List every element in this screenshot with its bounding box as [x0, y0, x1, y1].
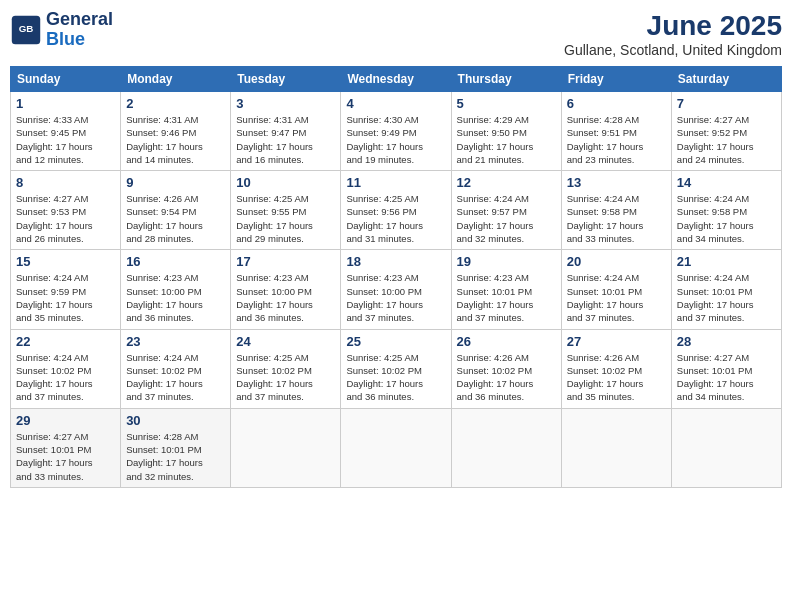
calendar-cell: 8Sunrise: 4:27 AM Sunset: 9:53 PM Daylig…	[11, 171, 121, 250]
calendar-cell: 23Sunrise: 4:24 AM Sunset: 10:02 PM Dayl…	[121, 329, 231, 408]
day-number: 2	[126, 96, 225, 111]
calendar-cell: 18Sunrise: 4:23 AM Sunset: 10:00 PM Dayl…	[341, 250, 451, 329]
day-number: 13	[567, 175, 666, 190]
calendar-cell: 16Sunrise: 4:23 AM Sunset: 10:00 PM Dayl…	[121, 250, 231, 329]
calendar-cell: 29Sunrise: 4:27 AM Sunset: 10:01 PM Dayl…	[11, 408, 121, 487]
calendar-cell	[451, 408, 561, 487]
day-number: 28	[677, 334, 776, 349]
calendar-cell: 26Sunrise: 4:26 AM Sunset: 10:02 PM Dayl…	[451, 329, 561, 408]
title-area: June 2025 Gullane, Scotland, United King…	[564, 10, 782, 58]
day-number: 14	[677, 175, 776, 190]
day-info: Sunrise: 4:24 AM Sunset: 9:59 PM Dayligh…	[16, 271, 115, 324]
day-info: Sunrise: 4:24 AM Sunset: 9:58 PM Dayligh…	[567, 192, 666, 245]
day-number: 22	[16, 334, 115, 349]
logo: GB General Blue	[10, 10, 113, 50]
calendar-cell: 27Sunrise: 4:26 AM Sunset: 10:02 PM Dayl…	[561, 329, 671, 408]
day-number: 1	[16, 96, 115, 111]
day-info: Sunrise: 4:31 AM Sunset: 9:46 PM Dayligh…	[126, 113, 225, 166]
day-info: Sunrise: 4:24 AM Sunset: 10:02 PM Daylig…	[126, 351, 225, 404]
calendar-cell: 22Sunrise: 4:24 AM Sunset: 10:02 PM Dayl…	[11, 329, 121, 408]
logo-icon: GB	[10, 14, 42, 46]
day-info: Sunrise: 4:23 AM Sunset: 10:00 PM Daylig…	[236, 271, 335, 324]
day-number: 9	[126, 175, 225, 190]
day-info: Sunrise: 4:25 AM Sunset: 9:56 PM Dayligh…	[346, 192, 445, 245]
weekday-header-sunday: Sunday	[11, 67, 121, 92]
weekday-header-wednesday: Wednesday	[341, 67, 451, 92]
day-info: Sunrise: 4:30 AM Sunset: 9:49 PM Dayligh…	[346, 113, 445, 166]
day-number: 24	[236, 334, 335, 349]
calendar-week-row: 29Sunrise: 4:27 AM Sunset: 10:01 PM Dayl…	[11, 408, 782, 487]
day-number: 11	[346, 175, 445, 190]
day-number: 8	[16, 175, 115, 190]
calendar-cell: 19Sunrise: 4:23 AM Sunset: 10:01 PM Dayl…	[451, 250, 561, 329]
calendar-week-row: 22Sunrise: 4:24 AM Sunset: 10:02 PM Dayl…	[11, 329, 782, 408]
calendar-cell: 7Sunrise: 4:27 AM Sunset: 9:52 PM Daylig…	[671, 92, 781, 171]
day-number: 10	[236, 175, 335, 190]
calendar-cell: 2Sunrise: 4:31 AM Sunset: 9:46 PM Daylig…	[121, 92, 231, 171]
day-number: 17	[236, 254, 335, 269]
calendar-cell: 4Sunrise: 4:30 AM Sunset: 9:49 PM Daylig…	[341, 92, 451, 171]
weekday-header-tuesday: Tuesday	[231, 67, 341, 92]
calendar-cell	[561, 408, 671, 487]
day-number: 25	[346, 334, 445, 349]
day-info: Sunrise: 4:27 AM Sunset: 10:01 PM Daylig…	[16, 430, 115, 483]
day-number: 19	[457, 254, 556, 269]
day-number: 15	[16, 254, 115, 269]
day-info: Sunrise: 4:26 AM Sunset: 10:02 PM Daylig…	[567, 351, 666, 404]
calendar-cell: 21Sunrise: 4:24 AM Sunset: 10:01 PM Dayl…	[671, 250, 781, 329]
calendar-week-row: 15Sunrise: 4:24 AM Sunset: 9:59 PM Dayli…	[11, 250, 782, 329]
calendar-cell: 11Sunrise: 4:25 AM Sunset: 9:56 PM Dayli…	[341, 171, 451, 250]
day-info: Sunrise: 4:33 AM Sunset: 9:45 PM Dayligh…	[16, 113, 115, 166]
calendar-cell: 20Sunrise: 4:24 AM Sunset: 10:01 PM Dayl…	[561, 250, 671, 329]
calendar-cell: 12Sunrise: 4:24 AM Sunset: 9:57 PM Dayli…	[451, 171, 561, 250]
day-info: Sunrise: 4:29 AM Sunset: 9:50 PM Dayligh…	[457, 113, 556, 166]
day-info: Sunrise: 4:28 AM Sunset: 10:01 PM Daylig…	[126, 430, 225, 483]
weekday-header-saturday: Saturday	[671, 67, 781, 92]
day-number: 21	[677, 254, 776, 269]
weekday-header-friday: Friday	[561, 67, 671, 92]
day-info: Sunrise: 4:31 AM Sunset: 9:47 PM Dayligh…	[236, 113, 335, 166]
day-info: Sunrise: 4:25 AM Sunset: 10:02 PM Daylig…	[346, 351, 445, 404]
page-header: GB General Blue June 2025 Gullane, Scotl…	[10, 10, 782, 58]
day-info: Sunrise: 4:24 AM Sunset: 9:57 PM Dayligh…	[457, 192, 556, 245]
day-number: 7	[677, 96, 776, 111]
calendar-cell: 3Sunrise: 4:31 AM Sunset: 9:47 PM Daylig…	[231, 92, 341, 171]
calendar-cell: 28Sunrise: 4:27 AM Sunset: 10:01 PM Dayl…	[671, 329, 781, 408]
day-number: 23	[126, 334, 225, 349]
month-title: June 2025	[564, 10, 782, 42]
calendar-cell: 15Sunrise: 4:24 AM Sunset: 9:59 PM Dayli…	[11, 250, 121, 329]
calendar-cell: 24Sunrise: 4:25 AM Sunset: 10:02 PM Dayl…	[231, 329, 341, 408]
day-number: 18	[346, 254, 445, 269]
day-number: 27	[567, 334, 666, 349]
day-info: Sunrise: 4:24 AM Sunset: 10:02 PM Daylig…	[16, 351, 115, 404]
calendar-cell	[671, 408, 781, 487]
calendar-cell	[231, 408, 341, 487]
calendar-cell: 10Sunrise: 4:25 AM Sunset: 9:55 PM Dayli…	[231, 171, 341, 250]
location-subtitle: Gullane, Scotland, United Kingdom	[564, 42, 782, 58]
calendar-cell: 6Sunrise: 4:28 AM Sunset: 9:51 PM Daylig…	[561, 92, 671, 171]
calendar-cell: 17Sunrise: 4:23 AM Sunset: 10:00 PM Dayl…	[231, 250, 341, 329]
day-number: 30	[126, 413, 225, 428]
calendar-cell: 13Sunrise: 4:24 AM Sunset: 9:58 PM Dayli…	[561, 171, 671, 250]
calendar-cell: 9Sunrise: 4:26 AM Sunset: 9:54 PM Daylig…	[121, 171, 231, 250]
calendar-cell	[341, 408, 451, 487]
calendar-week-row: 1Sunrise: 4:33 AM Sunset: 9:45 PM Daylig…	[11, 92, 782, 171]
day-info: Sunrise: 4:27 AM Sunset: 10:01 PM Daylig…	[677, 351, 776, 404]
calendar-table: SundayMondayTuesdayWednesdayThursdayFrid…	[10, 66, 782, 488]
day-info: Sunrise: 4:24 AM Sunset: 10:01 PM Daylig…	[677, 271, 776, 324]
day-info: Sunrise: 4:24 AM Sunset: 10:01 PM Daylig…	[567, 271, 666, 324]
day-number: 20	[567, 254, 666, 269]
day-number: 4	[346, 96, 445, 111]
day-info: Sunrise: 4:23 AM Sunset: 10:00 PM Daylig…	[126, 271, 225, 324]
day-info: Sunrise: 4:23 AM Sunset: 10:00 PM Daylig…	[346, 271, 445, 324]
day-number: 12	[457, 175, 556, 190]
day-info: Sunrise: 4:26 AM Sunset: 10:02 PM Daylig…	[457, 351, 556, 404]
calendar-cell: 14Sunrise: 4:24 AM Sunset: 9:58 PM Dayli…	[671, 171, 781, 250]
day-info: Sunrise: 4:25 AM Sunset: 9:55 PM Dayligh…	[236, 192, 335, 245]
day-info: Sunrise: 4:23 AM Sunset: 10:01 PM Daylig…	[457, 271, 556, 324]
logo-text: General Blue	[46, 10, 113, 50]
calendar-cell: 1Sunrise: 4:33 AM Sunset: 9:45 PM Daylig…	[11, 92, 121, 171]
calendar-week-row: 8Sunrise: 4:27 AM Sunset: 9:53 PM Daylig…	[11, 171, 782, 250]
day-info: Sunrise: 4:27 AM Sunset: 9:52 PM Dayligh…	[677, 113, 776, 166]
calendar-header-row: SundayMondayTuesdayWednesdayThursdayFrid…	[11, 67, 782, 92]
